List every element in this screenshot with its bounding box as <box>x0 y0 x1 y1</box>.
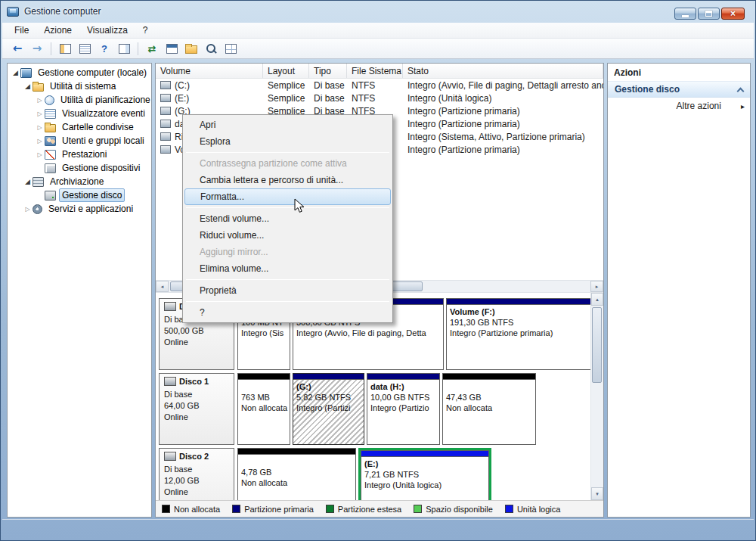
column-header-volume[interactable]: Volume <box>156 64 263 78</box>
close-button[interactable]: × <box>721 8 745 20</box>
scroll-right-button[interactable]: ▸ <box>590 281 603 292</box>
tree-item-label: Utilità di pianificazione <box>57 93 152 107</box>
partition-data-h[interactable]: data (H:) 10,00 GB NTFS Integro (Partizi… <box>367 373 440 445</box>
partition-e-logical[interactable]: (E:) 7,21 GB NTFS Integro (Unità logica) <box>361 450 489 500</box>
partition-unallocated[interactable]: 47,43 GB Non allocata <box>442 373 536 445</box>
window-title: Gestione computer <box>24 6 101 17</box>
window-view-button[interactable] <box>163 40 181 57</box>
volume-layout: Semplice <box>263 80 309 91</box>
tree-item-label-selected: Gestione disco <box>59 188 125 202</box>
tree-item-label: Utenti e gruppi locali <box>59 134 147 148</box>
partition-color-band <box>361 451 488 457</box>
scroll-left-button[interactable]: ◂ <box>156 281 169 292</box>
menu-azione[interactable]: Azione <box>36 23 79 38</box>
disk-size: 500,00 GB <box>164 325 229 337</box>
partition-color-band <box>447 299 590 305</box>
volume-icon <box>160 120 171 128</box>
partition-f[interactable]: Volume (F:) 191,30 GB NTFS Integro (Part… <box>446 298 591 370</box>
open-folder-button[interactable] <box>182 40 200 57</box>
menu-item-help[interactable]: ? <box>184 304 391 321</box>
legend-item: Partizione primaria <box>232 505 314 514</box>
forward-icon: → <box>33 43 42 54</box>
tree-item-utilita-di-sistema[interactable]: ◢ Utilità di sistema <box>8 79 151 93</box>
partition-title <box>241 381 287 392</box>
back-button[interactable]: ← <box>8 40 26 57</box>
expander-collapsed-icon[interactable]: ▷ <box>35 138 45 145</box>
tree-item-label: Servizi e applicazioni <box>45 202 136 216</box>
menu-item-esplora[interactable]: Esplora <box>184 133 391 150</box>
expander-collapsed-icon[interactable]: ▷ <box>35 110 45 117</box>
menu-item-apri[interactable]: Apri <box>184 117 391 133</box>
expander-collapsed-icon[interactable]: ▷ <box>35 124 45 131</box>
help-button[interactable]: ? <box>95 40 113 57</box>
export-list-button[interactable] <box>76 40 94 57</box>
tree-item-utilita-pianificazione[interactable]: ▷ Utilità di pianificazione <box>8 93 151 107</box>
actions-group-gestione-disco[interactable]: Gestione disco <box>608 81 750 98</box>
scrollbar-thumb[interactable] <box>592 307 602 383</box>
expander-expanded-icon[interactable]: ◢ <box>23 82 33 90</box>
more-actions-item[interactable]: Altre azioni ▸ <box>608 98 750 114</box>
menu-item-cambia-lettera[interactable]: Cambia lettera e percorso di unità... <box>184 172 391 188</box>
tree-item-gestione-disco[interactable]: Gestione disco <box>8 188 151 202</box>
search-button[interactable] <box>202 40 220 57</box>
expander-expanded-icon[interactable]: ◢ <box>23 178 33 185</box>
vertical-scrollbar[interactable]: ▴ ▾ <box>590 293 603 500</box>
column-header-layout[interactable]: Layout <box>263 64 309 78</box>
tree-item-archiviazione[interactable]: ◢ Archiviazione <box>8 175 151 188</box>
scroll-up-button[interactable]: ▴ <box>591 293 603 306</box>
tree-item-gestione-dispositivi[interactable]: Gestione dispositivi <box>8 161 151 175</box>
column-header-file-sistema[interactable]: File Sistema <box>347 64 403 78</box>
partition-title: (E:) <box>364 459 485 469</box>
menu-help[interactable]: ? <box>135 23 156 38</box>
tree-item-label: Gestione dispositivi <box>59 161 143 175</box>
partition-status: Integro (Partizio <box>370 403 436 413</box>
menu-item-formatta[interactable]: Formatta... <box>184 188 391 205</box>
expander-collapsed-icon[interactable]: ▷ <box>23 206 33 213</box>
tree-item-prestazioni[interactable]: ▷ Prestazioni <box>8 148 151 161</box>
menu-item-elimina-volume[interactable]: Elimina volume... <box>184 260 391 277</box>
tree-item-cartelle-condivise[interactable]: ▷ Cartelle condivise <box>8 120 151 134</box>
menu-item-proprieta[interactable]: Proprietà <box>184 282 391 299</box>
menu-file[interactable]: File <box>7 23 36 38</box>
tree-item-label: Cartelle condivise <box>59 120 137 134</box>
show-console-tree-button[interactable] <box>56 40 74 57</box>
menu-visualizza[interactable]: Visualizza <box>79 23 135 38</box>
tree-item-gestione-computer[interactable]: ◢ Gestione computer (locale) <box>8 66 151 79</box>
show-action-pane-button[interactable] <box>115 40 133 57</box>
properties-button[interactable] <box>222 40 240 57</box>
disk-management-icon <box>45 191 56 201</box>
scrollbar-track[interactable] <box>591 306 603 487</box>
volume-row-e[interactable]: (E:) Semplice Di base NTFS Integro (Unit… <box>156 92 603 104</box>
partition-unallocated[interactable]: 763 MB Non allocata <box>237 373 290 445</box>
device-manager-icon <box>45 163 56 173</box>
column-header-stato[interactable]: Stato <box>403 64 603 78</box>
partition-unallocated[interactable]: 4,78 GB Non allocata <box>237 448 356 500</box>
open-folder-icon <box>185 45 197 54</box>
menu-item-riduci-volume[interactable]: Riduci volume... <box>184 227 391 244</box>
expander-expanded-icon[interactable]: ◢ <box>11 69 20 76</box>
disk-icon <box>164 452 176 461</box>
forward-button[interactable]: → <box>28 40 46 57</box>
scroll-down-button[interactable]: ▾ <box>591 487 603 500</box>
legend-item: Spazio disponibile <box>414 505 493 514</box>
tree-item-utenti-gruppi[interactable]: ▷ Utenti e gruppi locali <box>8 134 151 148</box>
chevron-up-icon[interactable] <box>737 87 745 95</box>
tree-item-visualizzatore-eventi[interactable]: ▷ Visualizzatore eventi <box>8 107 151 120</box>
legend-label: Spazio disponibile <box>426 505 493 514</box>
refresh-button[interactable]: ⇄ <box>143 40 161 57</box>
partition-size: 5,82 GB NTFS <box>296 392 361 403</box>
disk-label[interactable]: Disco 1 Di base 64,00 GB Online <box>159 373 234 445</box>
column-header-tipo[interactable]: Tipo <box>309 64 347 78</box>
maximize-button[interactable] <box>698 8 720 20</box>
minimize-button[interactable] <box>674 8 696 20</box>
expander-collapsed-icon[interactable]: ▷ <box>35 151 45 158</box>
partition-g-selected[interactable]: (G:) 5,82 GB NTFS Integro (Partizi <box>293 373 364 445</box>
titlebar[interactable]: Gestione computer × <box>1 1 755 22</box>
expander-collapsed-icon[interactable]: ▷ <box>35 97 45 104</box>
tree-item-servizi-applicazioni[interactable]: ▷ Servizi e applicazioni <box>8 202 151 216</box>
app-icon[interactable] <box>7 7 19 17</box>
volume-row-c[interactable]: (C:) Semplice Di base NTFS Integro (Avvi… <box>156 79 603 92</box>
menu-item-estendi-volume[interactable]: Estendi volume... <box>184 210 391 227</box>
disk-label[interactable]: Disco 2 Di base 12,00 GB Online <box>159 448 234 500</box>
partition-title: Volume (F:) <box>450 306 587 317</box>
